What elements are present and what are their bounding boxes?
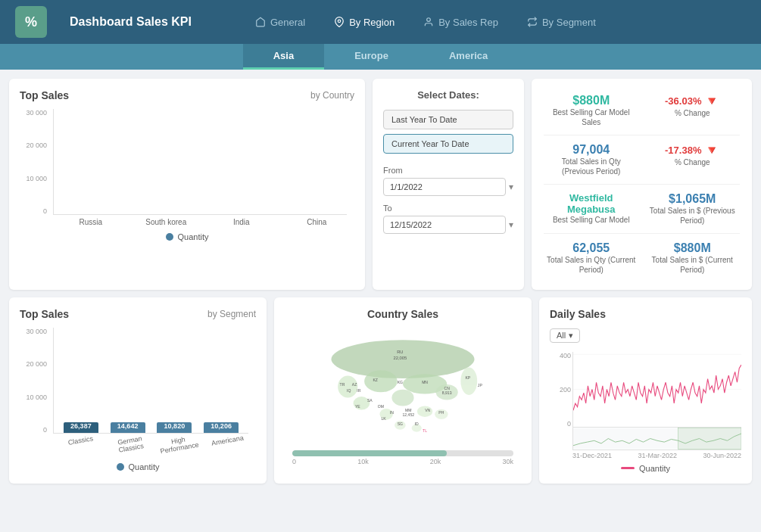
- last-year-btn[interactable]: Last Year To Date: [383, 110, 513, 129]
- daily-legend-dash: [621, 467, 635, 469]
- nav-by-segment[interactable]: By Segment: [516, 12, 607, 33]
- svg-text:PH: PH: [438, 410, 444, 415]
- kpi-total-qty-prev-change: -17.38% 🔻 % Change: [645, 138, 741, 181]
- svg-text:OM: OM: [378, 404, 384, 409]
- svg-text:KP: KP: [465, 375, 470, 380]
- svg-text:MM: MM: [405, 408, 411, 412]
- map-x-20k: 20k: [430, 458, 441, 465]
- country-progress-bar: 0 10k 20k 30k: [285, 450, 521, 465]
- tab-europe[interactable]: Europe: [324, 44, 419, 70]
- svg-point-5: [391, 390, 413, 406]
- svg-point-1: [427, 18, 431, 22]
- svg-text:KZ: KZ: [373, 378, 378, 382]
- kpi-total-sales-curr: $880M Total Sales in $ (Current Period): [645, 237, 741, 279]
- x-axis-labels: Russia South korea India China: [20, 215, 354, 226]
- daily-sales-navigator: [572, 428, 741, 450]
- main-content: Top Sales by Country 30 000 20 000 10 00…: [0, 70, 761, 493]
- bar-german-classics-value: 14,642: [117, 422, 139, 433]
- kpi-total-qty-prev-change-label: % Change: [648, 157, 738, 167]
- map-x-0: 0: [292, 458, 296, 465]
- to-dropdown-arrow[interactable]: ▾: [509, 219, 513, 230]
- daily-filter-row: All ▾: [550, 328, 741, 347]
- daily-filter-badge[interactable]: All ▾: [550, 328, 580, 343]
- daily-sales-title: Daily Sales: [550, 308, 606, 320]
- svg-text:22,005: 22,005: [393, 356, 407, 360]
- kpi-best-model: Westfield Megabusa Best Selling Car Mode…: [544, 188, 639, 230]
- country-sales-card: Country Sales RU 22,005: [274, 297, 532, 484]
- top-sales-country-subtitle: by Country: [310, 90, 354, 101]
- svg-point-8: [338, 375, 357, 397]
- svg-text:YE: YE: [355, 404, 360, 409]
- kpi-total-qty-prev: 97,004 Total Sales in Qty (Previous Peri…: [544, 138, 639, 181]
- svg-text:KG: KG: [398, 380, 403, 384]
- kpi-total-qty-curr-label: Total Sales in Qty (Current Period): [547, 255, 636, 275]
- bar-classics-value: 26,387: [70, 422, 92, 433]
- nav-by-region[interactable]: By Region: [323, 12, 405, 33]
- top-sales-country-header: Top Sales by Country: [20, 89, 354, 101]
- top-sales-segment-subtitle: by Segment: [207, 309, 256, 319]
- country-sales-map: RU 22,005 KZ KG MN CN 8,913 KP JP TR AZ …: [285, 326, 521, 447]
- from-date-input[interactable]: [383, 178, 506, 196]
- bar-classics: 26,387: [61, 422, 101, 433]
- current-year-btn[interactable]: Current Year To Date: [383, 134, 513, 154]
- top-sales-segment-header: Top Sales by Segment: [20, 308, 256, 320]
- daily-sales-card: Daily Sales All ▾ 400 200 0: [539, 297, 752, 484]
- logo-icon: %: [15, 6, 47, 38]
- daily-x-labels: 31-Dec-2021 31-Mar-2022 30-Jun-2022: [572, 450, 741, 459]
- country-sales-title: Country Sales: [285, 308, 521, 320]
- top-sales-segment-card: Top Sales by Segment 30 000 20 000 10 00…: [9, 297, 267, 484]
- daily-legend-label: Quantity: [639, 464, 670, 473]
- country-chart-legend: Quantity: [20, 232, 354, 241]
- tab-america[interactable]: America: [419, 44, 518, 70]
- top-sales-country-card: Top Sales by Country 30 000 20 000 10 00…: [9, 79, 365, 290]
- daily-sales-chart: [572, 352, 741, 428]
- kpi-total-qty-curr-value: 62,055: [547, 241, 636, 255]
- svg-text:IQ: IQ: [347, 388, 351, 393]
- svg-point-3: [364, 370, 398, 392]
- from-dropdown-arrow[interactable]: ▾: [509, 182, 513, 192]
- to-date-input[interactable]: [383, 216, 506, 234]
- quantity-legend-dot: [166, 233, 173, 241]
- nav-by-sales-rep[interactable]: By Sales Rep: [413, 12, 509, 33]
- map-x-30k: 30k: [502, 458, 513, 465]
- kpi-total-sales-curr-value: $880M: [648, 241, 738, 255]
- svg-text:TL: TL: [423, 428, 427, 433]
- kpi-total-qty-curr: 62,055 Total Sales in Qty (Current Perio…: [544, 237, 639, 279]
- bar-high-performance-value: 10,820: [164, 422, 186, 433]
- app-title: Dashboard Sales KPI: [70, 15, 192, 29]
- svg-text:IN: IN: [390, 410, 394, 415]
- svg-text:TR: TR: [340, 382, 345, 387]
- kpi-total-sales-curr-label: Total Sales in $ (Current Period): [648, 255, 738, 275]
- svg-text:SA: SA: [367, 398, 373, 403]
- svg-text:12,452: 12,452: [402, 412, 414, 417]
- kpi-panel: $880M Best Selling Car Model Sales -36.0…: [532, 79, 752, 290]
- kpi-divider-1: [544, 135, 740, 135]
- segment-legend-label: Quantity: [129, 462, 160, 471]
- to-date-row: ▾: [383, 216, 513, 234]
- segment-chart-legend: Quantity: [20, 462, 256, 471]
- header: % Dashboard Sales KPI General By Region …: [0, 0, 761, 44]
- svg-text:IR: IR: [357, 388, 360, 393]
- svg-text:MN: MN: [422, 380, 428, 384]
- svg-text:RU: RU: [397, 350, 403, 354]
- arrow-down-icon: 🔻: [704, 94, 719, 108]
- kpi-total-qty-prev-label: Total Sales in Qty (Previous Period): [547, 157, 636, 176]
- svg-text:JP: JP: [478, 383, 483, 387]
- country-bar-chart: 30 000 20 000 10 000 0: [20, 109, 354, 241]
- bar-americana: 10,206: [201, 422, 241, 433]
- tab-asia[interactable]: Asia: [243, 44, 324, 70]
- kpi-best-selling-change: -36.03% 🔻 % Change: [645, 89, 741, 132]
- bar-german-classics: 14,642: [108, 422, 148, 433]
- chevron-down-icon: ▾: [569, 331, 573, 341]
- date-selector-card: Select Dates: Last Year To Date Current …: [373, 79, 524, 290]
- kpi-total-sales-prev-value: $1,065M: [648, 192, 738, 206]
- svg-rect-43: [678, 428, 741, 449]
- top-sales-segment-title: Top Sales: [20, 308, 69, 320]
- svg-text:ID: ID: [415, 422, 419, 426]
- nav-general[interactable]: General: [245, 12, 316, 33]
- from-label: From: [383, 166, 513, 175]
- quantity-legend-label: Quantity: [178, 232, 209, 241]
- svg-text:VN: VN: [425, 408, 430, 412]
- svg-text:AZ: AZ: [352, 382, 357, 387]
- top-sales-country-title: Top Sales: [20, 89, 69, 101]
